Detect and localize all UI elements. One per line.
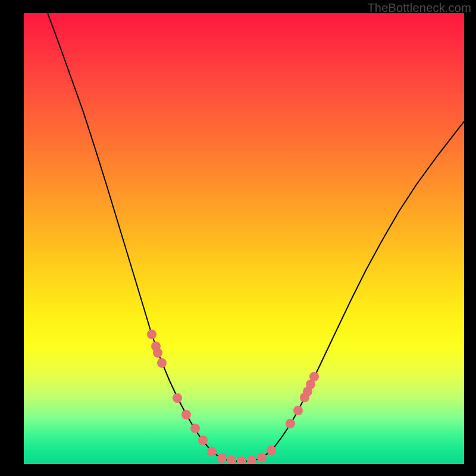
- data-marker: [147, 330, 156, 339]
- data-marker: [286, 419, 295, 428]
- data-marker: [237, 456, 246, 464]
- curve-layer: [48, 13, 464, 461]
- bottleneck-curve: [48, 13, 464, 461]
- chart-frame: TheBottleneck.com: [0, 0, 476, 476]
- data-marker: [207, 447, 217, 456]
- data-marker: [198, 436, 208, 445]
- plot-area: [24, 13, 464, 464]
- data-marker: [257, 453, 267, 462]
- watermark-text: TheBottleneck.com: [367, 1, 471, 15]
- data-marker: [309, 372, 319, 381]
- chart-svg: [24, 13, 464, 464]
- data-marker: [267, 446, 276, 455]
- data-marker: [293, 406, 303, 415]
- data-marker: [173, 393, 182, 403]
- marker-layer: [147, 330, 319, 464]
- data-marker: [153, 348, 162, 358]
- data-marker: [157, 358, 167, 368]
- data-marker: [247, 456, 256, 464]
- data-marker: [181, 410, 191, 419]
- data-marker: [190, 424, 200, 433]
- data-marker: [227, 456, 236, 464]
- data-marker: [217, 453, 227, 463]
